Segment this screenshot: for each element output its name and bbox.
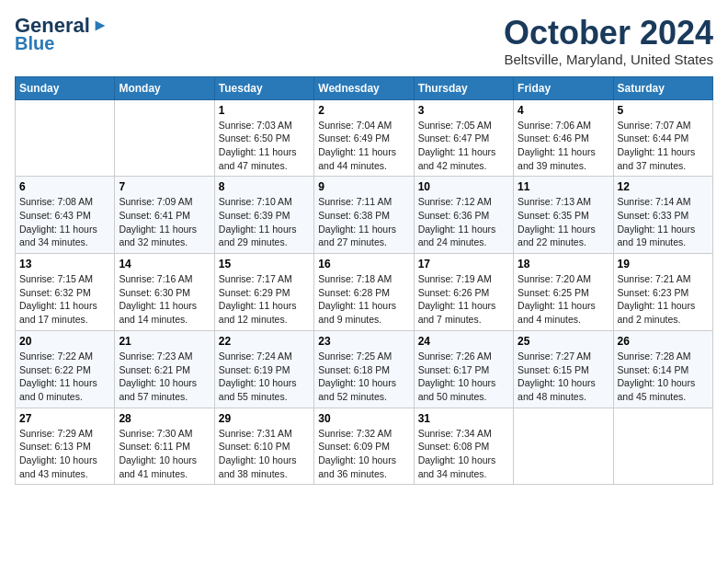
calendar-day: 3 Sunrise: 7:05 AMSunset: 6:47 PMDayligh…: [414, 99, 513, 177]
day-number: 9: [318, 180, 409, 193]
day-info: Sunrise: 7:03 AMSunset: 6:50 PMDaylight:…: [219, 120, 297, 171]
calendar-day: 28 Sunrise: 7:30 AMSunset: 6:11 PMDaylig…: [115, 408, 214, 485]
day-info: Sunrise: 7:11 AMSunset: 6:38 PMDaylight:…: [318, 196, 396, 247]
calendar-day: 7 Sunrise: 7:09 AMSunset: 6:41 PMDayligh…: [115, 177, 214, 254]
day-info: Sunrise: 7:07 AMSunset: 6:44 PMDaylight:…: [618, 120, 696, 171]
day-info: Sunrise: 7:21 AMSunset: 6:23 PMDaylight:…: [618, 273, 696, 325]
day-info: Sunrise: 7:04 AMSunset: 6:49 PMDaylight:…: [318, 120, 396, 171]
day-number: 13: [19, 258, 110, 270]
day-number: 7: [119, 180, 210, 193]
col-header-sunday: Sunday: [16, 76, 115, 99]
day-number: 4: [518, 104, 609, 117]
calendar-week-2: 6 Sunrise: 7:08 AMSunset: 6:43 PMDayligh…: [16, 177, 713, 254]
day-info: Sunrise: 7:09 AMSunset: 6:41 PMDaylight:…: [119, 196, 197, 247]
day-number: 30: [318, 412, 409, 425]
calendar-day: [16, 99, 115, 177]
day-number: 20: [19, 335, 110, 348]
day-info: Sunrise: 7:10 AMSunset: 6:39 PMDaylight:…: [219, 196, 297, 247]
day-info: Sunrise: 7:17 AMSunset: 6:29 PMDaylight:…: [219, 273, 297, 325]
day-number: 8: [219, 180, 310, 193]
day-info: Sunrise: 7:28 AMSunset: 6:14 PMDaylight:…: [618, 350, 696, 402]
logo-arrow-icon: [92, 17, 108, 34]
calendar-header-row: SundayMondayTuesdayWednesdayThursdayFrid…: [16, 76, 713, 99]
calendar-day: 26 Sunrise: 7:28 AMSunset: 6:14 PMDaylig…: [613, 330, 712, 408]
day-number: 16: [318, 258, 409, 270]
day-info: Sunrise: 7:15 AMSunset: 6:32 PMDaylight:…: [19, 273, 97, 325]
calendar-day: 9 Sunrise: 7:11 AMSunset: 6:38 PMDayligh…: [314, 177, 414, 254]
day-info: Sunrise: 7:31 AMSunset: 6:10 PMDaylight:…: [219, 428, 297, 479]
calendar-table: SundayMondayTuesdayWednesdayThursdayFrid…: [15, 76, 713, 486]
calendar-day: 4 Sunrise: 7:06 AMSunset: 6:46 PMDayligh…: [514, 99, 613, 177]
calendar-day: 1 Sunrise: 7:03 AMSunset: 6:50 PMDayligh…: [214, 99, 313, 177]
day-number: 11: [518, 180, 609, 193]
calendar-week-4: 20 Sunrise: 7:22 AMSunset: 6:22 PMDaylig…: [16, 330, 713, 408]
calendar-day: [613, 408, 712, 485]
day-number: 25: [518, 335, 609, 348]
day-number: 23: [318, 335, 409, 348]
calendar-day: [115, 99, 214, 177]
day-info: Sunrise: 7:22 AMSunset: 6:22 PMDaylight:…: [19, 350, 97, 402]
calendar-day: 15 Sunrise: 7:17 AMSunset: 6:29 PMDaylig…: [214, 254, 313, 331]
calendar-day: 14 Sunrise: 7:16 AMSunset: 6:30 PMDaylig…: [115, 254, 214, 331]
calendar-day: 2 Sunrise: 7:04 AMSunset: 6:49 PMDayligh…: [314, 99, 414, 177]
day-number: 3: [418, 104, 509, 117]
day-number: 10: [418, 180, 509, 193]
calendar-day: 18 Sunrise: 7:20 AMSunset: 6:25 PMDaylig…: [514, 254, 613, 331]
calendar-day: 31 Sunrise: 7:34 AMSunset: 6:08 PMDaylig…: [414, 408, 513, 485]
calendar-day: 25 Sunrise: 7:27 AMSunset: 6:15 PMDaylig…: [514, 330, 613, 408]
day-info: Sunrise: 7:20 AMSunset: 6:25 PMDaylight:…: [518, 273, 596, 325]
calendar-day: 16 Sunrise: 7:18 AMSunset: 6:28 PMDaylig…: [314, 254, 414, 331]
calendar-day: 10 Sunrise: 7:12 AMSunset: 6:36 PMDaylig…: [414, 177, 513, 254]
calendar-day: 23 Sunrise: 7:25 AMSunset: 6:18 PMDaylig…: [314, 330, 414, 408]
col-header-tuesday: Tuesday: [214, 76, 313, 99]
day-info: Sunrise: 7:29 AMSunset: 6:13 PMDaylight:…: [19, 428, 97, 479]
day-number: 6: [19, 180, 110, 193]
day-number: 14: [119, 258, 210, 270]
day-info: Sunrise: 7:34 AMSunset: 6:08 PMDaylight:…: [418, 428, 496, 479]
day-number: 22: [219, 335, 310, 348]
calendar-day: 22 Sunrise: 7:24 AMSunset: 6:19 PMDaylig…: [214, 330, 313, 408]
day-number: 2: [318, 104, 409, 117]
day-number: 27: [19, 412, 110, 425]
calendar-day: 17 Sunrise: 7:19 AMSunset: 6:26 PMDaylig…: [414, 254, 513, 331]
calendar-day: 21 Sunrise: 7:23 AMSunset: 6:21 PMDaylig…: [115, 330, 214, 408]
calendar-day: [514, 408, 613, 485]
day-number: 19: [618, 258, 709, 270]
day-number: 17: [418, 258, 509, 270]
day-number: 12: [618, 180, 709, 193]
col-header-thursday: Thursday: [414, 76, 513, 99]
day-number: 15: [219, 258, 310, 270]
title-section: October 2024 Beltsville, Maryland, Unite…: [504, 15, 713, 67]
calendar-day: 24 Sunrise: 7:26 AMSunset: 6:17 PMDaylig…: [414, 330, 513, 408]
day-number: 5: [618, 104, 709, 117]
logo-text-blue: Blue: [15, 33, 54, 53]
calendar-day: 20 Sunrise: 7:22 AMSunset: 6:22 PMDaylig…: [16, 330, 115, 408]
calendar-day: 12 Sunrise: 7:14 AMSunset: 6:33 PMDaylig…: [613, 177, 712, 254]
calendar-day: 30 Sunrise: 7:32 AMSunset: 6:09 PMDaylig…: [314, 408, 414, 485]
calendar-day: 5 Sunrise: 7:07 AMSunset: 6:44 PMDayligh…: [613, 99, 712, 177]
col-header-wednesday: Wednesday: [314, 76, 414, 99]
calendar-week-3: 13 Sunrise: 7:15 AMSunset: 6:32 PMDaylig…: [16, 254, 713, 331]
col-header-friday: Friday: [514, 76, 613, 99]
calendar-day: 27 Sunrise: 7:29 AMSunset: 6:13 PMDaylig…: [16, 408, 115, 485]
day-info: Sunrise: 7:06 AMSunset: 6:46 PMDaylight:…: [518, 120, 596, 171]
day-number: 18: [518, 258, 609, 270]
day-number: 31: [418, 412, 509, 425]
calendar-day: 6 Sunrise: 7:08 AMSunset: 6:43 PMDayligh…: [16, 177, 115, 254]
calendar-week-1: 1 Sunrise: 7:03 AMSunset: 6:50 PMDayligh…: [16, 99, 713, 177]
day-info: Sunrise: 7:23 AMSunset: 6:21 PMDaylight:…: [119, 350, 197, 402]
day-info: Sunrise: 7:24 AMSunset: 6:19 PMDaylight:…: [219, 350, 297, 402]
day-number: 29: [219, 412, 310, 425]
svg-marker-0: [96, 21, 106, 31]
day-info: Sunrise: 7:19 AMSunset: 6:26 PMDaylight:…: [418, 273, 496, 325]
page-header: General Blue October 2024 Beltsville, Ma…: [15, 15, 713, 67]
day-info: Sunrise: 7:27 AMSunset: 6:15 PMDaylight:…: [518, 350, 596, 402]
calendar-day: 13 Sunrise: 7:15 AMSunset: 6:32 PMDaylig…: [16, 254, 115, 331]
day-info: Sunrise: 7:30 AMSunset: 6:11 PMDaylight:…: [119, 428, 197, 479]
day-number: 28: [119, 412, 210, 425]
month-title: October 2024: [504, 15, 713, 52]
day-info: Sunrise: 7:25 AMSunset: 6:18 PMDaylight:…: [318, 350, 396, 402]
day-number: 26: [618, 335, 709, 348]
day-number: 24: [418, 335, 509, 348]
day-number: 21: [119, 335, 210, 348]
